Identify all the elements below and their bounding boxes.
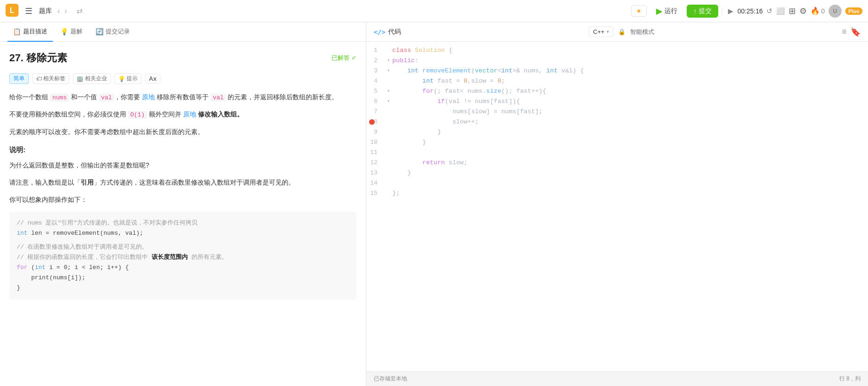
play-icon: ▶	[656, 6, 663, 16]
code-line-5: for (int i = 0; i < len; i++) {	[17, 263, 349, 273]
timer-section: ▶ 00:25:16 ↺ ⬜	[722, 7, 785, 15]
header-tools: C++ ▾ 🔒 智能模式	[589, 26, 654, 37]
tab-sub-label: 提交记录	[106, 27, 130, 36]
code-title-label: 代码	[388, 28, 401, 36]
tab-description[interactable]: 📋 题目描述	[7, 22, 53, 42]
code-line-4: 4 int fast = 0,slow = 0;	[366, 76, 868, 86]
right-panel: </> 代码 C++ ▾ 🔒 智能模式 ≡ 🔖 1 cla	[366, 22, 868, 386]
breadcrumb[interactable]: 题库	[39, 7, 52, 15]
tab-sol-icon: 💡	[60, 28, 68, 35]
right-header: </> 代码 C++ ▾ 🔒 智能模式 ≡ 🔖	[366, 22, 868, 42]
lang-label: C++	[593, 28, 605, 35]
code-line-13: 13 }	[366, 168, 868, 178]
svg-text:L: L	[10, 6, 14, 14]
code-line-3: // 在函数里修改输入数组对于调用者是可见的。	[17, 242, 349, 252]
code-line-7: }	[17, 283, 349, 293]
tab-desc-icon: 📋	[13, 28, 21, 35]
related-companies-btn[interactable]: 🏢 相关企业	[73, 73, 111, 84]
menu-lines-icon[interactable]: ≡	[842, 27, 847, 37]
code-line-9: 9 }	[366, 127, 868, 137]
main-content: 📋 题目描述 💡 题解 🔄 提交记录 27. 移除元素 已解答 ✓	[0, 22, 868, 386]
problem-content: 27. 移除元素 已解答 ✓ 简单 🏷 相关标签 🏢 相关企业	[0, 42, 366, 386]
code-line-15: 15 };	[366, 188, 868, 199]
code-line-2: int len = removeElement(nums, val);	[17, 228, 349, 238]
section-note-title: 说明:	[9, 143, 357, 156]
desc-p3: 元素的顺序可以改变。你不需要考虑数组中超出新长度后面的元素。	[9, 126, 357, 138]
stop-icon[interactable]: ⬜	[776, 7, 785, 15]
imagine-title: 你可以想象内部操作如下：	[9, 194, 357, 206]
run-button[interactable]: ▶ 运行	[652, 4, 681, 18]
code-editor[interactable]: 1 class Solution { 2 ▾ public: 3 ▾ int r…	[366, 42, 868, 371]
saved-status: 已存储至本地	[374, 375, 407, 383]
code-line-11: 11	[366, 148, 868, 158]
run-label: 运行	[664, 7, 677, 15]
code-line-8: 8 slow++;	[366, 117, 868, 127]
code-line-10: 10 }	[366, 137, 868, 148]
cursor-position: 行 8，列	[839, 375, 861, 383]
settings-icon[interactable]: ⚙	[799, 6, 807, 16]
code-icon: </>	[374, 28, 385, 36]
shuffle-icon[interactable]: ⇄	[73, 6, 86, 16]
upload-icon: ↑	[693, 7, 696, 15]
desc-p2: 不要使用额外的数组空间，你必须仅使用 O(1) 额外空间并 原地 修改输入数组。	[9, 109, 357, 120]
related-tags-btn[interactable]: 🏷 相关标签	[32, 73, 69, 84]
refresh-icon[interactable]: ↺	[766, 7, 772, 15]
code-line-6: 6 ▾ if(val != nums[fast]){	[366, 96, 868, 107]
hint-btn[interactable]: 💡 提示	[115, 73, 141, 84]
code-line-4: // 根据你的函数返回的长度，它会打印出数组中 该长度范围内 的所有元素。	[17, 252, 349, 263]
timer-play-icon[interactable]: ▶	[728, 7, 734, 15]
problem-title: 27. 移除元素	[9, 51, 67, 65]
header-right-tools: ≡ 🔖	[842, 27, 861, 37]
tab-submissions[interactable]: 🔄 提交记录	[90, 22, 135, 42]
code-line-7: 7 nums[slow] = nums[fast];	[366, 107, 868, 117]
fire-section: 🔥 0	[811, 6, 825, 15]
submit-label: 提交	[699, 7, 712, 15]
problem-tags: 简单 🏷 相关标签 🏢 相关企业 💡 提示 Ax	[9, 73, 357, 84]
topbar: L ☰ 题库 ‹ › ⇄ ★ ▶ 运行 ↑ 提交 ▶ 00:25:16 ↺ ⬜	[0, 0, 868, 22]
plus-badge[interactable]: Plus	[845, 7, 862, 15]
submit-button[interactable]: ↑ 提交	[687, 5, 718, 18]
nav-arrows: ‹ ›	[56, 6, 69, 16]
star-button[interactable]: ★	[631, 5, 647, 17]
star-icon: ★	[636, 7, 642, 14]
desc-p1: 给你一个数组 nums 和一个值 val，你需要 原地 移除所有数值等于 val…	[9, 91, 357, 103]
language-selector[interactable]: C++ ▾	[589, 26, 613, 37]
hint-icon: 💡	[118, 76, 125, 82]
ai-mode-label[interactable]: 智能模式	[630, 28, 654, 36]
bookmark-icon[interactable]: 🔖	[850, 27, 861, 37]
code-spacer	[17, 238, 349, 242]
code-line-3: 3 ▾ int removeElement(vector<int>& nums,…	[366, 66, 868, 76]
lock-icon: 🔒	[618, 28, 625, 35]
font-btn[interactable]: Ax	[145, 74, 160, 84]
fire-icon: 🔥	[811, 6, 820, 15]
nav-menu-icon[interactable]: ☰	[22, 4, 35, 18]
chevron-down-icon: ▾	[606, 29, 609, 35]
tab-sub-icon: 🔄	[96, 28, 103, 35]
problem-description: 给你一个数组 nums 和一个值 val，你需要 原地 移除所有数值等于 val…	[9, 91, 357, 300]
tab-solution[interactable]: 💡 题解	[55, 22, 88, 42]
code-line-14: 14	[366, 178, 868, 188]
tab-desc-label: 题目描述	[23, 27, 47, 36]
building-icon: 🏢	[77, 76, 83, 82]
center-controls: ★ ▶ 运行 ↑ 提交	[631, 4, 718, 18]
code-example-block: // nums 是以"引用"方式传递的。也就是说，不对实参作任何拷贝 int l…	[9, 212, 357, 300]
note-question: 为什么返回数值是整数，但输出的答案是数组呢?	[9, 160, 357, 171]
logo[interactable]: L	[6, 4, 19, 19]
tab-sol-label: 题解	[70, 27, 83, 36]
prev-arrow[interactable]: ‹	[56, 6, 62, 16]
avatar[interactable]: U	[829, 5, 842, 18]
code-line-5: 5 ▾ for(; fast< nums.size(); fast++){	[366, 86, 868, 96]
timer-display: 00:25:16	[737, 7, 763, 15]
left-tabs: 📋 题目描述 💡 题解 🔄 提交记录	[0, 22, 366, 42]
code-panel-title: </> 代码	[374, 28, 401, 36]
difficulty-tag: 简单	[9, 73, 29, 84]
note-answer: 请注意，输入数组是以「引用」方式传递的，这意味着在函数里修改输入数组对于调用者是…	[9, 177, 357, 188]
font-icon: Ax	[149, 75, 157, 82]
next-arrow[interactable]: ›	[63, 6, 69, 16]
breakpoint-indicator[interactable]	[369, 119, 375, 125]
grid-icon[interactable]: ⊞	[789, 6, 796, 16]
code-line-1: // nums 是以"引用"方式传递的。也就是说，不对实参作任何拷贝	[17, 218, 349, 228]
topbar-right: ⊞ ⚙ 🔥 0 U Plus	[789, 5, 862, 18]
left-panel: 📋 题目描述 💡 题解 🔄 提交记录 27. 移除元素 已解答 ✓	[0, 22, 366, 386]
tag-icon: 🏷	[36, 76, 42, 82]
